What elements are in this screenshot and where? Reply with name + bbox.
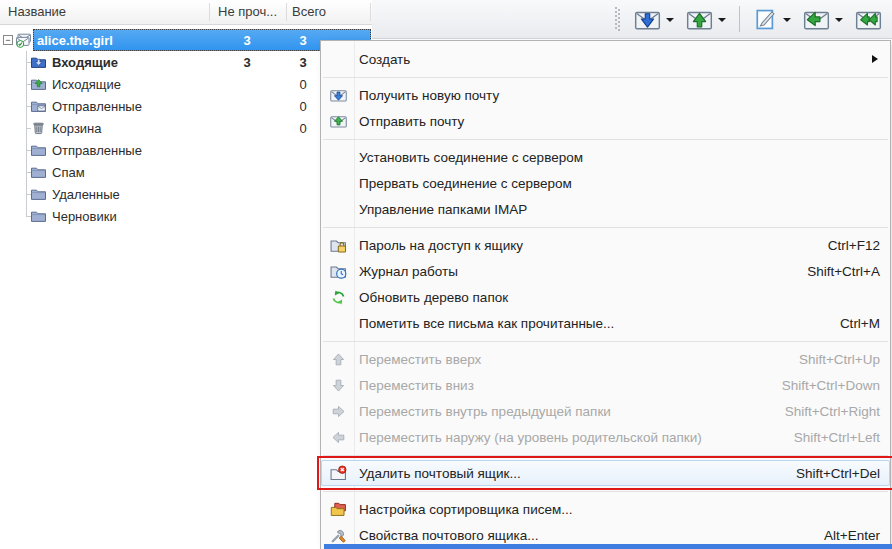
move-right-icon: [321, 403, 355, 420]
menu-item-label: Переместить наружу (на уровень родительс…: [355, 430, 794, 445]
menu-item-create[interactable]: Создать: [321, 46, 890, 72]
folder-row-inbox[interactable]: Входящие 3 3: [0, 51, 372, 73]
menu-item-move-down[interactable]: Переместить вниз Shift+Ctrl+Down: [321, 372, 890, 398]
menu-item-delete-mailbox[interactable]: Удалить почтовый ящик... Shift+Ctrl+Del: [321, 460, 890, 486]
folder-icon: [30, 208, 47, 224]
folder-name: Отправленные: [52, 143, 142, 158]
folder-icon: [30, 186, 47, 202]
menu-item-refresh-folder-tree[interactable]: Обновить дерево папок: [321, 284, 890, 310]
menu-item-shortcut: Shift+Ctrl+Up: [799, 352, 890, 367]
folder-name: Корзина: [52, 121, 102, 136]
sent-folder-icon: [30, 98, 47, 114]
reply-all-icon: [855, 9, 882, 30]
tools-icon: [321, 527, 355, 544]
folder-delete-icon: [321, 465, 355, 482]
column-header-name[interactable]: Название: [8, 4, 66, 19]
menu-item-disconnect-server[interactable]: Прервать соединение с сервером: [321, 170, 890, 196]
move-left-icon: [321, 429, 355, 446]
menu-item-label: Переместить вверх: [355, 352, 799, 367]
column-header-total[interactable]: Всего: [292, 4, 326, 19]
toolbar-button-reply[interactable]: [799, 4, 833, 34]
dropdown-arrow-get-mail[interactable]: [666, 18, 674, 26]
tree-connector-stub: [26, 194, 31, 195]
folder-icon: [30, 142, 47, 158]
folder-panel: Название Не проч... Всего − alice.the.gi…: [0, 0, 372, 549]
mail-toolbar: [372, 0, 892, 39]
folder-row-deleted[interactable]: Удаленные: [0, 183, 372, 205]
menu-item-connect-server[interactable]: Установить соединение с сервером: [321, 144, 890, 170]
dropdown-arrow-new-message[interactable]: [783, 18, 791, 26]
folder-list-header: Название Не проч... Всего: [0, 0, 372, 25]
app-window: Название Не проч... Всего − alice.the.gi…: [0, 0, 892, 549]
menu-item-label: Создать: [355, 52, 862, 67]
menu-separator: [323, 341, 888, 342]
menu-item-label: Обновить дерево папок: [355, 290, 880, 305]
menu-item-move-out[interactable]: Переместить наружу (на уровень родительс…: [321, 424, 890, 450]
folder-row-sent-local[interactable]: Отправленные: [0, 139, 372, 161]
unread-count: 3: [209, 33, 285, 48]
folder-name: Входящие: [52, 55, 118, 70]
toolbar-button-get-mail[interactable]: [630, 4, 664, 34]
tree-connector-stub: [26, 62, 31, 63]
tree-connector-stub: [26, 150, 31, 151]
refresh-tree-icon: [321, 289, 355, 306]
tree-connector-stub: [26, 106, 31, 107]
column-divider[interactable]: [209, 3, 210, 21]
mailbox-context-menu: Создать Получить новую почту Отправить п…: [320, 40, 891, 549]
toolbar-button-new-message[interactable]: [747, 4, 781, 34]
menu-item-label: Управление папками IMAP: [355, 202, 880, 217]
toolbar-button-send-mail[interactable]: [682, 4, 716, 34]
menu-item-shortcut: Shift+Ctrl+A: [807, 264, 890, 279]
menu-item-mark-all-read[interactable]: Пометить все письма как прочитанные... C…: [321, 310, 890, 336]
menu-item-label: Прервать соединение с сервером: [355, 176, 880, 191]
toolbar-button-reply-all[interactable]: [851, 4, 885, 34]
menu-separator: [323, 139, 888, 140]
folder-lock-icon: [321, 237, 355, 254]
menu-item-shortcut: Shift+Ctrl+Right: [785, 404, 890, 419]
submenu-arrow-icon: [872, 55, 882, 63]
menu-item-shortcut: Ctrl+M: [840, 316, 890, 331]
toolbar-buttons: [629, 4, 886, 34]
toolbar-grip[interactable]: [615, 6, 620, 32]
tree-connector-stub: [26, 216, 31, 217]
menu-item-move-into-previous[interactable]: Переместить внутрь предыдущей папки Shif…: [321, 398, 890, 424]
folder-row-outbox[interactable]: Исходящие 0: [0, 73, 372, 95]
menu-item-mail-sorter-settings[interactable]: Настройка сортировщика писем...: [321, 496, 890, 522]
menu-item-manage-imap-folders[interactable]: Управление папками IMAP: [321, 196, 890, 222]
menu-item-move-up[interactable]: Переместить вверх Shift+Ctrl+Up: [321, 346, 890, 372]
menu-item-shortcut: Shift+Ctrl+Left: [794, 430, 890, 445]
menu-item-label: Свойства почтового ящика...: [355, 528, 824, 543]
unread-count: 3: [209, 55, 285, 70]
column-divider[interactable]: [286, 3, 287, 21]
move-down-icon: [321, 377, 355, 394]
menu-item-shortcut: Shift+Ctrl+Down: [782, 378, 890, 393]
column-header-unread[interactable]: Не проч...: [218, 4, 277, 19]
menu-item-mailbox-password[interactable]: Пароль на доступ к ящику Ctrl+F12: [321, 232, 890, 258]
new-message-icon: [751, 9, 778, 30]
mail-sorter-icon: [321, 501, 355, 518]
folder-row-spam[interactable]: Спам: [0, 161, 372, 183]
folder-tree: − alice.the.girl 3 3 Входящие 3 3 Исходя…: [0, 25, 372, 227]
menu-item-label: Удалить почтовый ящик...: [355, 466, 796, 481]
column-divider[interactable]: [370, 3, 371, 21]
folder-name: Исходящие: [52, 77, 121, 92]
menu-item-send-queued-mail[interactable]: Отправить почту: [321, 108, 890, 134]
menu-separator: [323, 227, 888, 228]
menu-item-shortcut: Ctrl+F12: [828, 238, 890, 253]
menu-item-label: Пометить все письма как прочитанные...: [355, 316, 840, 331]
folder-name: Отправленные: [52, 99, 142, 114]
menu-item-work-log[interactable]: Журнал работы Shift+Ctrl+A: [321, 258, 890, 284]
folder-row-alice-the-girl[interactable]: − alice.the.girl 3 3: [0, 29, 372, 51]
folder-row-sent-imap[interactable]: Отправленные 0: [0, 95, 372, 117]
dropdown-arrow-send-mail[interactable]: [718, 18, 726, 26]
background-selection-strip: [324, 544, 892, 549]
menu-item-get-new-mail[interactable]: Получить новую почту: [321, 82, 890, 108]
folder-row-drafts[interactable]: Черновики: [0, 205, 372, 227]
toolbar-separator: [739, 6, 740, 32]
dropdown-arrow-reply[interactable]: [835, 18, 843, 26]
menu-item-label: Переместить внутрь предыдущей папки: [355, 404, 785, 419]
folder-row-trash[interactable]: Корзина 0: [0, 117, 372, 139]
tree-expander[interactable]: −: [3, 35, 13, 45]
menu-item-label: Установить соединение с сервером: [355, 150, 880, 165]
tree-connector-stub: [26, 128, 31, 129]
